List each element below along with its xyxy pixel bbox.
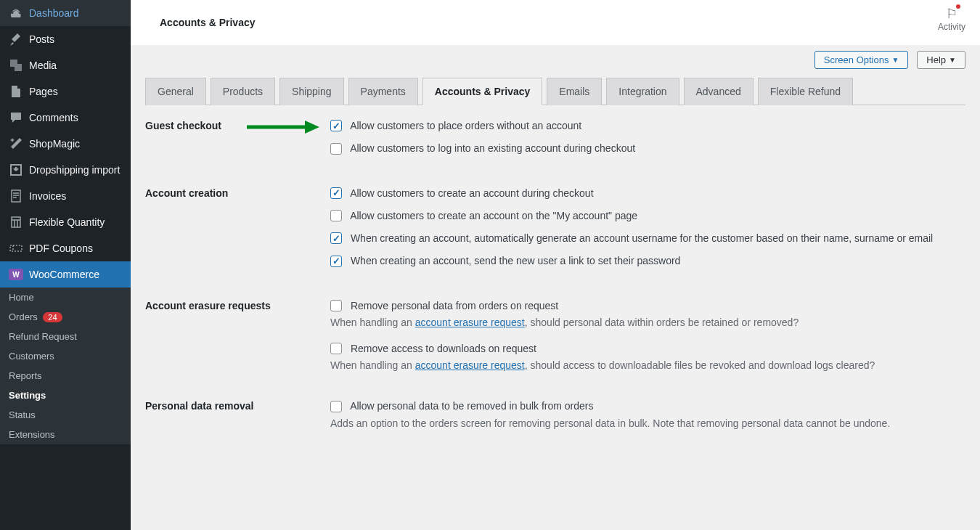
tab-general[interactable]: General — [145, 78, 206, 105]
tab-shipping[interactable]: Shipping — [279, 78, 344, 105]
chevron-down-icon: ▼ — [949, 56, 956, 64]
chevron-down-icon: ▼ — [891, 56, 899, 64]
sidebar-item-dashboard[interactable]: Dashboard — [0, 0, 131, 26]
topbar: Accounts & Privacy ⚐ Activity — [131, 0, 980, 45]
erasure-link[interactable]: account erasure request — [415, 359, 525, 371]
dashboard-icon — [9, 6, 23, 20]
checkbox[interactable] — [330, 300, 342, 311]
sidebar-label: Media — [29, 60, 57, 71]
help-button[interactable]: Help▼ — [917, 51, 965, 69]
sidebar-label: Posts — [29, 33, 54, 45]
tab-accounts-privacy[interactable]: Accounts & Privacy — [422, 78, 543, 105]
checkbox[interactable] — [330, 120, 342, 131]
sidebar-submenu: Home Orders 24 Refund Request Customers … — [0, 288, 131, 444]
checkbox[interactable] — [330, 343, 342, 354]
sidebar-item-pages[interactable]: Pages — [0, 78, 131, 105]
row-personal-data-removal: Personal data removal Allow personal dat… — [145, 400, 965, 443]
row-fields: Allow personal data to be removed in bul… — [330, 400, 965, 443]
media-icon — [9, 58, 23, 73]
field-description: When handling an account erasure request… — [330, 317, 965, 328]
screen-options-button[interactable]: Screen Options▼ — [814, 51, 909, 69]
calculator-icon — [9, 215, 23, 229]
row-label: Guest checkout — [145, 120, 330, 131]
top-buttons: Screen Options▼ Help▼ — [145, 45, 965, 78]
sidebar-item-shopmagic[interactable]: ShopMagic — [0, 131, 131, 157]
arrow-icon — [247, 118, 319, 136]
settings-form: Guest checkout Allow customers to place … — [145, 120, 965, 444]
admin-sidebar: Dashboard Posts Media Pages Comments Sho… — [0, 0, 131, 530]
sidebar-item-woocommerce[interactable]: W WooCommerce — [0, 261, 131, 288]
tab-integration[interactable]: Integration — [606, 78, 679, 105]
submenu-customers[interactable]: Customers — [0, 346, 131, 366]
field-remove-personal-data: Remove personal data from orders on requ… — [330, 300, 965, 328]
tab-emails[interactable]: Emails — [547, 78, 602, 105]
row-guest-checkout: Guest checkout Allow customers to place … — [145, 120, 965, 166]
woocommerce-icon: W — [9, 267, 23, 282]
field-guest-login: Allow customers to log into an existing … — [330, 142, 965, 155]
row-fields: Remove personal data from orders on requ… — [330, 300, 965, 386]
sidebar-item-pdf-coupons[interactable]: PDF Coupons — [0, 235, 131, 261]
sidebar-label: Dropshipping import — [29, 164, 120, 176]
row-fields: Allow customers to place orders without … — [330, 120, 965, 166]
submenu-refund-request[interactable]: Refund Request — [0, 327, 131, 346]
tab-products[interactable]: Products — [211, 78, 275, 105]
field-create-myaccount: Allow customers to create an account on … — [330, 210, 965, 222]
page-title: Accounts & Privacy — [160, 17, 256, 28]
checkbox[interactable] — [330, 401, 342, 412]
sidebar-label: Pages — [29, 86, 58, 97]
sidebar-item-comments[interactable]: Comments — [0, 105, 131, 131]
sidebar-label: Dashboard — [29, 7, 79, 19]
svg-marker-1 — [305, 121, 319, 134]
submenu-status[interactable]: Status — [0, 405, 131, 425]
sidebar-item-flexible-quantity[interactable]: Flexible Quantity — [0, 209, 131, 235]
tab-flexible-refund[interactable]: Flexible Refund — [758, 78, 853, 105]
tab-advanced[interactable]: Advanced — [684, 78, 754, 105]
sidebar-item-invoices[interactable]: Invoices — [0, 183, 131, 209]
checkbox[interactable] — [330, 187, 342, 199]
sidebar-item-dropshipping[interactable]: Dropshipping import — [0, 157, 131, 183]
field-auto-username: When creating an account, automatically … — [330, 232, 965, 245]
field-description: When handling an account erasure request… — [330, 359, 965, 371]
row-fields: Allow customers to create an account dur… — [330, 187, 965, 278]
content-area: Screen Options▼ Help▼ General Products S… — [131, 45, 980, 530]
page-icon — [9, 84, 23, 99]
main-content: Accounts & Privacy ⚐ Activity Screen Opt… — [131, 0, 980, 530]
tab-payments[interactable]: Payments — [348, 78, 418, 105]
field-create-checkout: Allow customers to create an account dur… — [330, 187, 965, 200]
checkbox[interactable] — [330, 232, 342, 244]
coupon-icon — [9, 241, 23, 256]
settings-tabs: General Products Shipping Payments Accou… — [145, 78, 965, 105]
field-password-link: When creating an account, send the new u… — [330, 255, 965, 267]
submenu-extensions[interactable]: Extensions — [0, 425, 131, 444]
checkbox[interactable] — [330, 143, 342, 155]
orders-badge: 24 — [43, 312, 62, 322]
checkbox[interactable] — [330, 210, 342, 221]
row-label: Account erasure requests — [145, 300, 330, 311]
field-guest-orders: Allow customers to place orders without … — [330, 120, 965, 132]
row-account-erasure: Account erasure requests Remove personal… — [145, 300, 965, 386]
field-description: Adds an option to the orders screen for … — [330, 417, 965, 429]
sidebar-item-posts[interactable]: Posts — [0, 26, 131, 52]
flag-icon: ⚐ — [946, 6, 957, 22]
sidebar-label: Invoices — [29, 190, 66, 202]
row-label: Account creation — [145, 187, 330, 199]
sidebar-label: Comments — [29, 112, 78, 123]
submenu-home[interactable]: Home — [0, 288, 131, 307]
wand-icon — [9, 136, 23, 151]
sidebar-label: ShopMagic — [29, 138, 80, 150]
sidebar-item-media[interactable]: Media — [0, 52, 131, 78]
sidebar-label: Flexible Quantity — [29, 216, 105, 228]
row-label: Personal data removal — [145, 400, 330, 412]
submenu-reports[interactable]: Reports — [0, 366, 131, 386]
sidebar-label: WooCommerce — [29, 269, 99, 280]
submenu-settings[interactable]: Settings — [0, 386, 131, 405]
submenu-orders[interactable]: Orders 24 — [0, 307, 131, 327]
activity-button[interactable]: ⚐ Activity — [938, 6, 965, 32]
field-bulk-remove: Allow personal data to be removed in bul… — [330, 400, 965, 428]
invoice-icon — [9, 189, 23, 203]
row-account-creation: Account creation Allow customers to crea… — [145, 187, 965, 278]
checkbox[interactable] — [330, 256, 342, 267]
field-remove-downloads: Remove access to downloads on request Wh… — [330, 343, 965, 371]
pin-icon — [9, 32, 23, 46]
erasure-link[interactable]: account erasure request — [415, 317, 525, 328]
